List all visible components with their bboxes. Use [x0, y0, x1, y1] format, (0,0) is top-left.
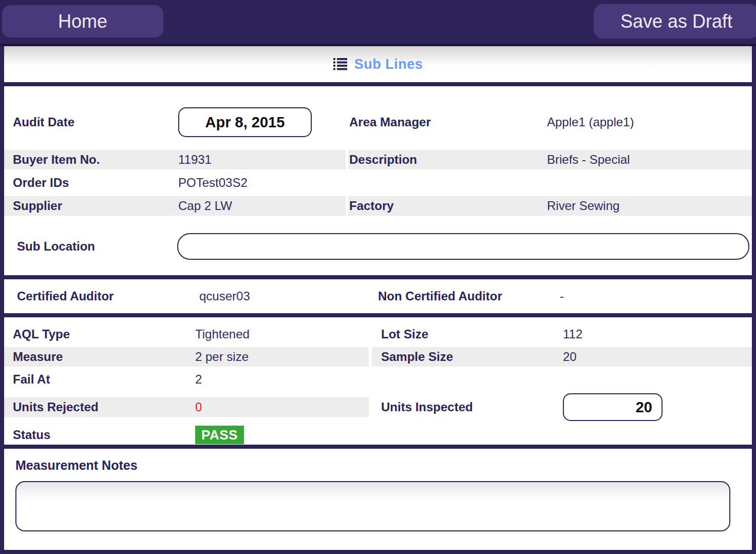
order-ids-row: Order IDs POTest03S2	[4, 173, 752, 193]
description-value: Briefs - Special	[547, 152, 630, 167]
audit-date-picker[interactable]: Apr 8, 2015	[178, 107, 312, 137]
order-ids-row-spacer	[348, 173, 752, 193]
audit-fields-panel: Audit Date Apr 8, 2015 Area Manager Appl…	[4, 86, 752, 275]
sub-lines-label: Sub Lines	[354, 56, 423, 72]
area-manager-label: Area Manager	[349, 115, 547, 129]
aql-type-field: AQL Type Tightened	[4, 324, 369, 344]
measure-label: Measure	[13, 350, 195, 364]
buyer-item-value: 11931	[178, 152, 212, 167]
factory-field: Factory River Sewing	[348, 196, 752, 216]
certified-auditor-field: Certified Auditor qcuser03	[4, 289, 369, 303]
status-row-spacer	[372, 425, 752, 445]
aql-type-value: Tightened	[195, 327, 250, 341]
area-manager-value: Apple1 (apple1)	[547, 115, 634, 129]
non-certified-auditor-field: Non Certified Auditor -	[369, 289, 752, 303]
status-badge: PASS	[195, 426, 244, 444]
certified-auditor-value: qcuser03	[199, 289, 250, 303]
sub-location-input[interactable]	[177, 233, 749, 260]
audit-date-field: Audit Date Apr 8, 2015	[4, 107, 346, 137]
fail-at-value: 2	[195, 372, 202, 387]
status-label: Status	[13, 428, 195, 442]
supplier-label: Supplier	[13, 199, 178, 213]
audit-date-row: Audit Date Apr 8, 2015 Area Manager Appl…	[4, 94, 752, 150]
units-inspected-field: Units Inspected	[372, 392, 752, 422]
home-button[interactable]: Home	[2, 5, 163, 37]
sub-lines-link[interactable]: Sub Lines	[4, 46, 752, 82]
status-field: Status PASS	[4, 425, 369, 445]
aql-type-lot-size-row: AQL Type Tightened Lot Size 112	[4, 324, 752, 344]
sub-location-row: Sub Location	[4, 222, 752, 271]
sample-size-value: 20	[563, 350, 577, 364]
units-rejected-label: Units Rejected	[13, 400, 195, 414]
fail-at-row-spacer	[372, 370, 752, 389]
sample-size-label: Sample Size	[381, 350, 563, 364]
top-bar: Home Save as Draft	[0, 0, 756, 44]
measure-field: Measure 2 per size	[4, 347, 369, 367]
fail-at-label: Fail At	[13, 372, 195, 387]
order-ids-field: Order IDs POTest03S2	[4, 173, 346, 193]
aql-panel: AQL Type Tightened Lot Size 112 Measure …	[4, 317, 752, 445]
lot-size-field: Lot Size 112	[372, 324, 752, 344]
save-as-draft-button[interactable]: Save as Draft	[594, 4, 756, 39]
units-inspected-input[interactable]	[563, 393, 663, 421]
sub-location-label: Sub Location	[4, 239, 177, 254]
factory-value: River Sewing	[547, 199, 619, 213]
factory-label: Factory	[349, 199, 547, 213]
buyer-description-row: Buyer Item No. 11931 Description Briefs …	[4, 150, 752, 169]
supplier-factory-row: Supplier Cap 2 LW Factory River Sewing	[4, 196, 752, 216]
measurement-notes-label: Measurement Notes	[15, 458, 741, 473]
units-rejected-field: Units Rejected 0	[4, 397, 369, 417]
content-frame: Sub Lines Audit Date Apr 8, 2015 Area Ma…	[0, 46, 756, 554]
description-field: Description Briefs - Special	[348, 150, 752, 169]
buyer-item-field: Buyer Item No. 11931	[4, 150, 346, 169]
units-rejected-value: 0	[195, 400, 202, 414]
certified-auditor-label: Certified Auditor	[17, 289, 199, 303]
measure-sample-size-row: Measure 2 per size Sample Size 20	[4, 347, 752, 367]
sample-size-field: Sample Size 20	[372, 347, 752, 367]
measurement-notes-panel: Measurement Notes	[4, 449, 752, 550]
description-label: Description	[349, 152, 547, 167]
units-row: Units Rejected 0 Units Inspected	[4, 392, 752, 422]
supplier-value: Cap 2 LW	[178, 199, 232, 213]
non-certified-auditor-label: Non Certified Auditor	[378, 289, 560, 303]
status-row: Status PASS	[4, 425, 752, 445]
audit-date-label: Audit Date	[13, 115, 178, 129]
lot-size-value: 112	[563, 327, 582, 341]
supplier-field: Supplier Cap 2 LW	[4, 196, 346, 216]
lot-size-label: Lot Size	[381, 327, 563, 341]
fail-at-field: Fail At 2	[4, 370, 369, 389]
list-icon	[333, 58, 347, 70]
non-certified-auditor-value: -	[560, 289, 564, 303]
area-manager-field: Area Manager Apple1 (apple1)	[348, 115, 752, 129]
audit-form-screen: Home Save as Draft Sub Lines Audit Date …	[0, 0, 756, 554]
auditors-panel: Certified Auditor qcuser03 Non Certified…	[4, 279, 752, 313]
order-ids-label: Order IDs	[13, 176, 178, 190]
buyer-item-label: Buyer Item No.	[13, 152, 178, 167]
order-ids-value: POTest03S2	[178, 176, 248, 190]
measurement-notes-textarea[interactable]	[15, 481, 730, 531]
fail-at-row: Fail At 2	[4, 370, 752, 389]
measure-value: 2 per size	[195, 350, 249, 364]
units-inspected-label: Units Inspected	[381, 400, 563, 414]
aql-type-label: AQL Type	[13, 327, 195, 341]
